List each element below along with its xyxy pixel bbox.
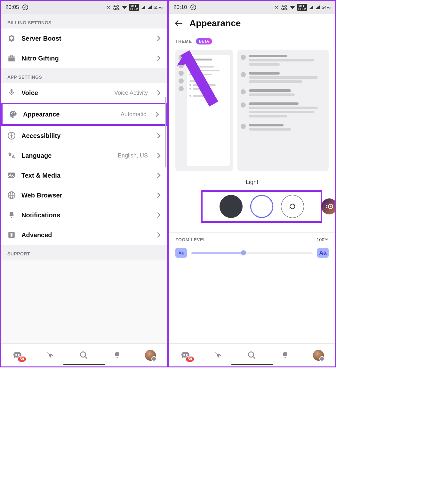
- wifi-icon: [122, 5, 127, 10]
- settings-list[interactable]: BILLING SETTINGS Server Boost Nitro Gift…: [1, 14, 167, 343]
- chevron-right-icon: [157, 133, 161, 139]
- zoom-max-icon: Aa: [317, 248, 329, 258]
- row-label: Web Browser: [21, 192, 148, 199]
- nav-badge: 58: [17, 356, 27, 362]
- signal-icon: [309, 5, 313, 9]
- back-button[interactable]: [175, 20, 183, 27]
- chevron-right-icon: [157, 90, 161, 96]
- zoom-value: 100%: [316, 237, 329, 242]
- svg-rect-1: [11, 89, 12, 93]
- theme-sync-swatch[interactable]: [281, 195, 304, 218]
- nav-notifications[interactable]: [279, 349, 292, 362]
- row-label: Appearance: [23, 111, 115, 118]
- chevron-right-icon: [157, 192, 161, 198]
- row-label: Advanced: [21, 231, 148, 239]
- chevron-right-icon: [157, 232, 161, 238]
- microphone-icon: [7, 89, 16, 97]
- page-title: Appearance: [189, 18, 241, 28]
- home-handle[interactable]: [63, 364, 105, 365]
- svg-point-12: [11, 234, 13, 236]
- theme-swatches: [201, 190, 322, 223]
- row-server-boost[interactable]: Server Boost: [1, 28, 167, 48]
- image-icon: [7, 171, 16, 180]
- bottom-nav: 58: [1, 343, 167, 366]
- svg-point-18: [330, 206, 332, 207]
- row-advanced[interactable]: Advanced: [1, 225, 167, 245]
- zoom-header-label: ZOOM LEVEL: [175, 237, 206, 242]
- row-value: Automatic: [121, 111, 146, 118]
- row-appearance[interactable]: Appearance Automatic: [1, 103, 167, 126]
- signal-icon: [141, 5, 145, 9]
- nitro-themes-button[interactable]: [321, 198, 335, 214]
- battery-percent: 65%: [154, 5, 163, 10]
- svg-point-15: [81, 352, 86, 357]
- section-app: APP SETTINGS: [1, 68, 167, 83]
- svg-point-19: [183, 354, 185, 356]
- chevron-right-icon: [157, 55, 161, 61]
- chevron-right-icon: [157, 153, 161, 158]
- theme-dark-swatch[interactable]: [220, 195, 243, 218]
- row-value: English, US: [118, 152, 148, 159]
- row-text-media[interactable]: Text & Media: [1, 165, 167, 185]
- status-bar: 20:10 4.00KB/S Vo 1LTE 2 64%: [169, 1, 335, 14]
- gear-box-icon: [7, 231, 16, 239]
- nav-search[interactable]: [245, 349, 258, 362]
- row-language[interactable]: Language English, US: [1, 146, 167, 165]
- alarm-icon: [274, 5, 279, 10]
- scrollbar[interactable]: [165, 97, 166, 167]
- signal-icon-2: [147, 5, 152, 9]
- preview-server-list: [175, 50, 233, 171]
- section-billing: BILLING SETTINGS: [1, 14, 167, 28]
- row-web-browser[interactable]: Web Browser: [1, 185, 167, 205]
- data-speed: 2.00KB/S: [113, 4, 120, 10]
- svg-point-4: [14, 112, 15, 113]
- nav-profile[interactable]: [312, 349, 325, 362]
- nav-profile[interactable]: [144, 349, 157, 362]
- check-icon: [22, 4, 28, 10]
- row-label: Notifications: [21, 212, 148, 219]
- row-label: Server Boost: [21, 35, 148, 42]
- row-notifications[interactable]: Notifications: [1, 205, 167, 225]
- globe-icon: [7, 191, 16, 199]
- avatar: [145, 350, 156, 361]
- svg-point-3: [12, 112, 13, 113]
- accessibility-icon: [7, 132, 16, 140]
- row-nitro-gifting[interactable]: Nitro Gifting: [1, 48, 167, 68]
- selected-theme-label: Light: [175, 179, 329, 186]
- avatar: [313, 350, 324, 361]
- row-value: Voice Activity: [114, 90, 148, 96]
- svg-point-2: [11, 113, 12, 114]
- status-time: 20:10: [173, 4, 187, 11]
- row-label: Accessibility: [21, 132, 148, 140]
- volte-badge: Vo 1LTE 2: [297, 4, 307, 11]
- signal-icon-2: [315, 5, 320, 9]
- nav-friends[interactable]: [212, 349, 225, 362]
- row-accessibility[interactable]: Accessibility: [1, 126, 167, 146]
- zoom-min-icon: Aa: [175, 248, 187, 258]
- volte-badge: Vo 1LTE 2: [129, 4, 139, 11]
- beta-badge: BETA: [196, 38, 212, 44]
- nav-badge: 58: [185, 356, 195, 362]
- home-handle[interactable]: [231, 364, 273, 365]
- nav-home[interactable]: 58: [179, 349, 192, 362]
- svg-point-13: [15, 354, 17, 356]
- svg-point-6: [11, 133, 12, 134]
- wifi-icon: [290, 5, 295, 10]
- preview-chat: [237, 50, 329, 171]
- row-label: Voice: [21, 89, 108, 97]
- row-voice[interactable]: Voice Voice Activity: [1, 83, 167, 103]
- slider-thumb[interactable]: [241, 250, 246, 255]
- chevron-right-icon: [157, 36, 161, 41]
- theme-light-swatch[interactable]: [250, 195, 273, 218]
- zoom-slider[interactable]: [191, 253, 313, 253]
- nav-notifications[interactable]: [111, 349, 124, 362]
- row-label: Language: [21, 152, 112, 159]
- nav-friends[interactable]: [44, 349, 57, 362]
- sync-icon: [288, 202, 297, 211]
- svg-point-21: [249, 352, 254, 357]
- zoom-section: ZOOM LEVEL 100% Aa Aa: [169, 232, 335, 262]
- appearance-body[interactable]: THEME BETA: [169, 35, 335, 343]
- svg-point-20: [186, 354, 188, 356]
- nav-search[interactable]: [77, 349, 90, 362]
- nav-home[interactable]: 58: [11, 349, 24, 362]
